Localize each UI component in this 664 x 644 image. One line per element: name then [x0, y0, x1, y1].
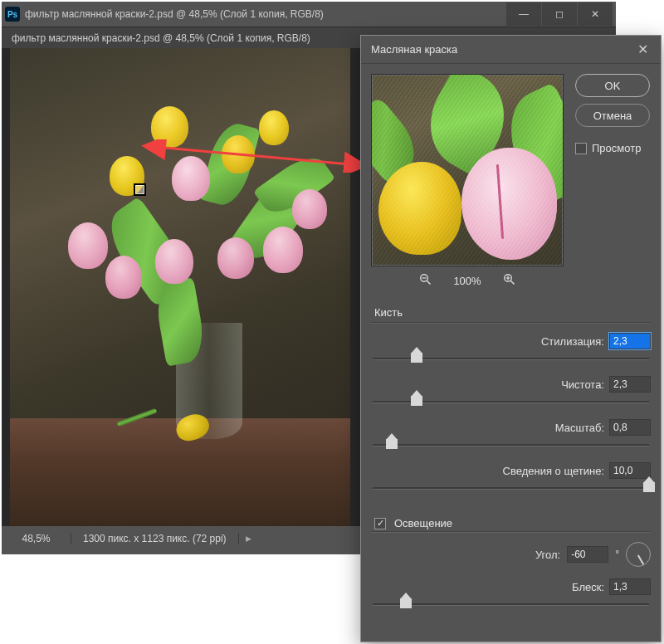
- preview-checkbox-label: Просмотр: [592, 142, 641, 154]
- lighting-section-title: Освещение: [391, 517, 452, 529]
- stylization-slider[interactable]: [373, 351, 649, 369]
- zoom-out-icon[interactable]: [419, 273, 432, 288]
- lighting-section: Освещение Угол: -60 ° Блеск: 1,3: [371, 517, 651, 615]
- document-tab-title: фильтр маслянной краски-2.psd @ 48,5% (С…: [12, 32, 310, 44]
- stylization-input[interactable]: 2,3: [609, 333, 651, 349]
- scale-label: Масштаб:: [555, 422, 604, 434]
- status-dimensions: 1300 пикс. x 1123 пикс. (72 ppi): [71, 533, 239, 544]
- shine-input[interactable]: 1,3: [609, 578, 651, 595]
- cancel-button[interactable]: Отмена: [575, 104, 650, 127]
- scale-slider[interactable]: [373, 437, 649, 456]
- scale-input[interactable]: 0,8: [609, 419, 651, 436]
- photoshop-logo-icon: Ps: [5, 7, 20, 22]
- angle-input[interactable]: -60: [567, 546, 608, 563]
- window-title: фильтр маслянной краски-2.psd @ 48,5% (С…: [25, 8, 505, 20]
- status-menu-arrow-icon[interactable]: ▶: [239, 534, 258, 543]
- preview-sample-marker[interactable]: [134, 183, 146, 196]
- bristle-slider[interactable]: [373, 481, 649, 499]
- angle-dial[interactable]: [626, 542, 651, 567]
- cleanliness-label: Чистота:: [561, 378, 604, 391]
- zoom-in-icon[interactable]: [503, 273, 515, 288]
- close-window-button[interactable]: ✕: [578, 2, 613, 26]
- angle-label: Угол:: [535, 549, 560, 561]
- window-controls: — ◻ ✕: [505, 2, 613, 26]
- window-titlebar[interactable]: Ps фильтр маслянной краски-2.psd @ 48,5%…: [2, 2, 616, 27]
- brush-section: Кисть Стилизация: 2,3 Чистота: 2,3 Масшт…: [371, 306, 651, 499]
- svg-line-5: [510, 281, 514, 284]
- document-image: [10, 48, 350, 526]
- cleanliness-input[interactable]: 2,3: [609, 376, 651, 393]
- dialog-close-button[interactable]: ✕: [634, 41, 651, 57]
- dialog-title: Масляная краска: [371, 43, 457, 56]
- filter-preview[interactable]: [371, 74, 564, 266]
- preview-checkbox[interactable]: [575, 143, 587, 154]
- ok-button[interactable]: OK: [575, 74, 650, 97]
- stylization-label: Стилизация:: [541, 335, 604, 348]
- minimize-button[interactable]: —: [506, 2, 541, 26]
- cleanliness-slider[interactable]: [373, 394, 649, 412]
- svg-line-2: [427, 281, 431, 284]
- status-zoom[interactable]: 48,5%: [2, 533, 71, 544]
- shine-label: Блеск:: [572, 581, 604, 593]
- shine-slider[interactable]: [373, 597, 649, 615]
- dialog-titlebar[interactable]: Масляная краска ✕: [361, 36, 661, 64]
- maximize-button[interactable]: ◻: [542, 2, 577, 26]
- angle-degree-symbol: °: [615, 549, 619, 560]
- brush-section-title: Кисть: [371, 306, 651, 319]
- bristle-label: Сведения о щетине:: [503, 465, 604, 477]
- oil-paint-dialog: Масляная краска ✕ 100%: [360, 35, 662, 642]
- zoom-level: 100%: [453, 275, 481, 287]
- lighting-checkbox[interactable]: [374, 518, 386, 529]
